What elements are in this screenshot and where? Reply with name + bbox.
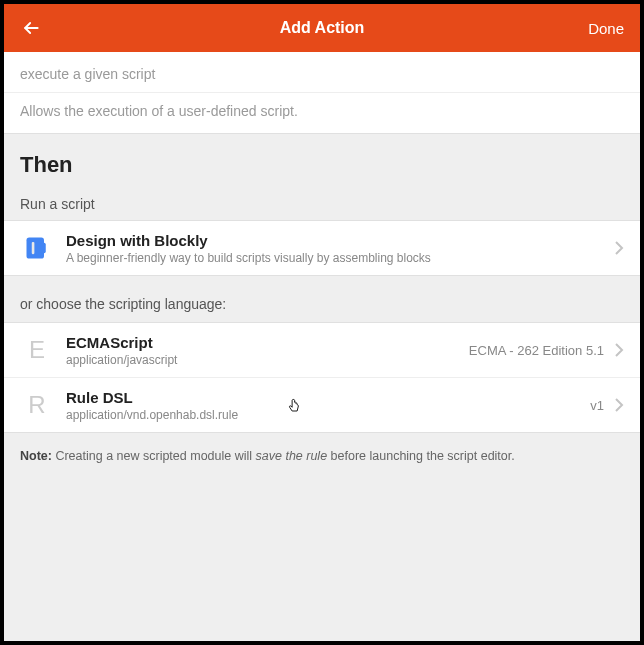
intro-block: execute a given script Allows the execut… [4,52,640,134]
or-choose-label: or choose the scripting language: [20,296,624,312]
language-list: E ECMAScript application/javascript ECMA… [4,322,640,433]
blockly-sub: A beginner-friendly way to build scripts… [66,251,614,265]
lang-body: Rule DSL application/vnd.openhab.dsl.rul… [66,389,590,422]
lang-body: ECMAScript application/javascript [66,334,469,367]
content-area: Then Run a script Design with Blockly A … [4,134,640,485]
back-arrow-icon [21,18,41,38]
lang-letter-icon: R [20,388,54,422]
svg-rect-3 [32,242,35,254]
action-description-text: Allows the execution of a user-defined s… [4,93,640,133]
lang-meta: ECMA - 262 Edition 5.1 [469,343,604,358]
blockly-list: Design with Blockly A beginner-friendly … [4,220,640,276]
lang-meta: v1 [590,398,604,413]
back-button[interactable] [20,17,42,39]
lang-sub: application/javascript [66,353,469,367]
note-italic: save the rule [256,449,328,463]
page-title: Add Action [280,19,365,37]
blockly-body: Design with Blockly A beginner-friendly … [66,232,614,265]
lang-title: ECMAScript [66,334,469,352]
lang-sub: application/vnd.openhab.dsl.rule [66,408,590,422]
app-frame: Add Action Done execute a given script A… [4,4,640,641]
lang-option-ruledsl[interactable]: R Rule DSL application/vnd.openhab.dsl.r… [4,378,640,432]
then-heading: Then [20,152,624,178]
lang-letter-icon: E [20,333,54,367]
note-prefix: Note: [20,449,52,463]
svg-rect-2 [41,243,46,254]
lang-option-ecmascript[interactable]: E ECMAScript application/javascript ECMA… [4,323,640,378]
done-button[interactable]: Done [588,20,624,37]
chevron-right-icon [614,241,624,255]
blockly-icon [20,231,54,265]
chevron-right-icon [614,398,624,412]
note-after: before launching the script editor. [327,449,515,463]
blockly-option[interactable]: Design with Blockly A beginner-friendly … [4,221,640,275]
chevron-right-icon [614,343,624,357]
blockly-title: Design with Blockly [66,232,614,250]
action-name-text: execute a given script [4,52,640,93]
header-bar: Add Action Done [4,4,640,52]
note-text: Note: Creating a new scripted module wil… [20,449,624,463]
lang-title: Rule DSL [66,389,590,407]
run-script-label: Run a script [20,196,624,212]
note-before: Creating a new scripted module will [52,449,256,463]
